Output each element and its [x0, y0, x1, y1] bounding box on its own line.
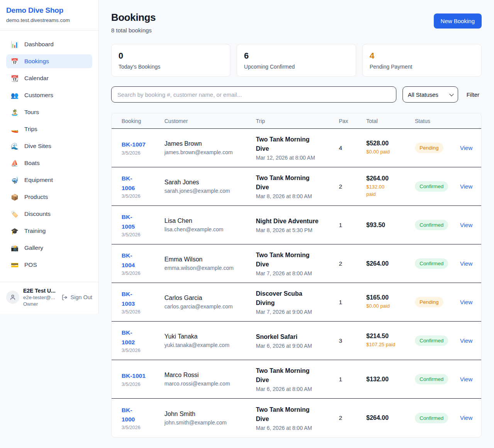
booking-cell: BK-1007 3/5/2026 — [122, 140, 164, 155]
customer-name: Yuki Tanaka — [164, 333, 256, 340]
actions-cell: View — [460, 183, 475, 190]
customer-name: Marco Rossi — [164, 372, 256, 379]
filter-button[interactable]: Filter — [464, 91, 482, 98]
total-amount: $214.50 — [366, 333, 415, 340]
booking-cell: BK- 1005 3/5/2026 — [122, 212, 164, 237]
sidebar-item-boats[interactable]: ⛵Boats — [6, 156, 92, 170]
customer-name: John Smith — [164, 411, 256, 418]
trip-name: Two Tank Morning Dive — [256, 173, 322, 192]
booking-date: 3/5/2026 — [122, 382, 164, 387]
sidebar-item-customers[interactable]: 👥Customers — [6, 88, 92, 102]
table-row: BK-1001 3/5/2026 Marco Rossi marco.rossi… — [112, 360, 481, 399]
customer-email: marco.rossi@example.com — [164, 381, 256, 387]
trip-datetime: Mar 8, 2026 at 8:00 AM — [256, 193, 339, 199]
booking-id-link[interactable]: BK-1001 — [122, 371, 145, 381]
booking-id-link[interactable]: BK- 1002 — [122, 328, 135, 347]
status-badge: Confirmed — [415, 220, 448, 230]
view-link[interactable]: View — [460, 299, 472, 305]
customer-name: Emma Wilson — [164, 256, 256, 263]
trip-name: Two Tank Morning Dive — [256, 405, 322, 424]
table-row: BK- 1004 3/5/2026 Emma Wilson emma.wilso… — [112, 244, 481, 283]
view-link[interactable]: View — [460, 260, 472, 267]
booking-id-link[interactable]: BK-1007 — [122, 140, 145, 149]
status-cell: Confirmed — [415, 413, 460, 423]
sidebar-item-label: POS — [24, 261, 37, 268]
sidebar-item-gallery[interactable]: 📸Gallery — [6, 241, 92, 255]
view-link[interactable]: View — [460, 145, 472, 151]
sidebar-item-label: Trips — [24, 126, 37, 133]
view-link[interactable]: View — [460, 337, 472, 344]
sidebar-item-products[interactable]: 📦Products — [6, 190, 92, 204]
table-row: BK- 1005 3/5/2026 Lisa Chen lisa.chen@ex… — [112, 206, 481, 244]
table-row: BK- 1003 3/5/2026 Carlos Garcia carlos.g… — [112, 283, 481, 322]
booking-date: 3/5/2026 — [122, 271, 164, 276]
sidebar-item-bookings[interactable]: 📅Bookings — [6, 54, 92, 68]
table-row: BK-1007 3/5/2026 James Brown james.brown… — [112, 129, 481, 167]
sign-out-button[interactable]: Sign Out — [61, 294, 92, 301]
pax-count: 3 — [339, 337, 366, 344]
booking-id-link[interactable]: BK- 1005 — [122, 212, 135, 231]
sidebar-item-trips[interactable]: 🚤Trips — [6, 122, 92, 136]
total-cell: $132.00 — [366, 376, 415, 383]
actions-cell: View — [460, 376, 475, 383]
view-link[interactable]: View — [460, 183, 472, 190]
column-header-customer: Customer — [164, 118, 256, 124]
table-row: BK- 1002 3/5/2026 Yuki Tanaka yuki.tanak… — [112, 322, 481, 360]
sidebar-item-label: Customers — [24, 92, 53, 99]
calendar-icon: 📅 — [11, 58, 19, 65]
user-name: E2E Test U... — [23, 288, 58, 294]
stat-label: Upcoming Confirmed — [244, 64, 349, 70]
page-title: Bookings — [111, 12, 156, 24]
sailboat-icon: ⛵ — [11, 160, 19, 167]
total-cell: $264.00 $132.00 paid — [366, 175, 415, 198]
sidebar-item-training[interactable]: 🎓Training — [6, 224, 92, 238]
search-input[interactable] — [111, 86, 396, 103]
page-heading-group: Bookings 8 total bookings — [111, 12, 156, 34]
user-info: E2E Test U... e2e-tester@... Owner — [23, 288, 58, 307]
pax-count: 1 — [339, 299, 366, 306]
booking-id-link[interactable]: BK- 1004 — [122, 251, 135, 269]
customer-cell: Sarah Jones sarah.jones@example.com — [164, 179, 256, 194]
sidebar-nav: 📊Dashboard📅Bookings📆Calendar👥Customers🏝️… — [0, 30, 98, 279]
pax-count: 2 — [339, 260, 366, 267]
booking-id-link[interactable]: BK- 1000 — [122, 406, 135, 424]
user-role: Owner — [23, 301, 58, 307]
status-filter-select[interactable]: All Statuses — [403, 86, 458, 103]
sidebar-item-pos[interactable]: 💳POS — [6, 258, 92, 272]
stat-card-todays-bookings: 0 Today's Bookings — [111, 44, 230, 77]
sidebar-item-calendar[interactable]: 📆Calendar — [6, 71, 92, 85]
column-header-pax: Pax — [339, 118, 366, 124]
filters-row: All Statuses Filter — [111, 86, 482, 103]
trip-name: Two Tank Morning Dive — [256, 366, 322, 385]
status-cell: Confirmed — [415, 374, 460, 384]
booking-id-link[interactable]: BK- 1003 — [122, 290, 135, 308]
sidebar-item-label: Discounts — [24, 211, 51, 217]
booking-id-link[interactable]: BK- 1006 — [122, 174, 135, 192]
booking-cell: BK-1001 3/5/2026 — [122, 371, 164, 387]
sign-out-label: Sign Out — [71, 294, 92, 300]
view-link[interactable]: View — [460, 376, 472, 382]
booking-cell: BK- 1003 3/5/2026 — [122, 290, 164, 314]
stat-value: 6 — [244, 51, 349, 61]
total-cell: $264.00 — [366, 414, 415, 421]
sidebar-item-equipment[interactable]: 🤿Equipment — [6, 173, 92, 187]
tag-icon: 🏷️ — [11, 211, 19, 218]
island-icon: 🏝️ — [11, 109, 19, 116]
trip-datetime: Mar 6, 2026 at 8:00 AM — [256, 425, 339, 431]
trip-cell: Two Tank Morning Dive Mar 8, 2026 at 8:0… — [256, 173, 339, 199]
sidebar-item-dashboard[interactable]: 📊Dashboard — [6, 37, 92, 51]
brand-title: Demo Dive Shop — [6, 6, 92, 15]
sidebar-item-label: Bookings — [24, 58, 49, 65]
sidebar-item-tours[interactable]: 🏝️Tours — [6, 105, 92, 119]
new-booking-button[interactable]: New Booking — [434, 13, 482, 29]
view-link[interactable]: View — [460, 414, 472, 421]
view-link[interactable]: View — [460, 222, 472, 228]
sidebar-item-label: Products — [24, 194, 48, 200]
booking-cell: BK- 1006 3/5/2026 — [122, 174, 164, 199]
total-cell: $528.00 $0.00 paid — [366, 140, 415, 156]
sidebar-item-discounts[interactable]: 🏷️Discounts — [6, 207, 92, 221]
booking-cell: BK- 1004 3/5/2026 — [122, 251, 164, 276]
customer-email: john.smith@example.com — [164, 419, 256, 426]
sidebar-item-dive-sites[interactable]: 🌊Dive Sites — [6, 139, 92, 153]
total-cell: $93.50 — [366, 222, 415, 229]
